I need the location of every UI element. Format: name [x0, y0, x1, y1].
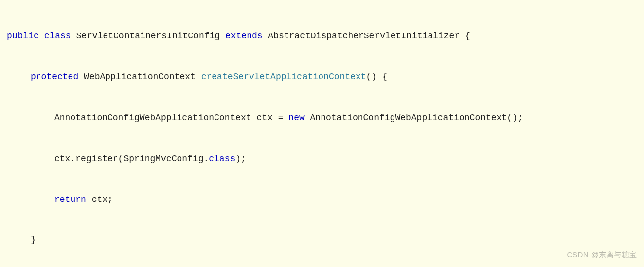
code-line: public class ServletContainersInitConfig…: [7, 26, 637, 46]
equals: =: [278, 113, 284, 123]
brace-open: {: [465, 31, 470, 41]
return-type: WebApplicationContext: [84, 72, 196, 82]
class-name: ServletContainersInitConfig: [76, 31, 220, 41]
brace-close: }: [31, 235, 36, 245]
keyword-class: class: [44, 31, 71, 41]
code-line: return ctx;: [7, 190, 637, 210]
superclass-name: AbstractDispatcherServletInitializer: [268, 31, 460, 41]
variable: ctx: [256, 113, 272, 123]
method-call: ctx.register(SpringMvcConfig.: [54, 154, 209, 164]
code-line: }: [7, 230, 637, 250]
method-name: createServletApplicationContext: [201, 72, 366, 82]
keyword-return: return: [54, 195, 86, 204]
call-end: );: [235, 154, 246, 164]
keyword-public: public: [7, 31, 39, 41]
constructor-call: AnnotationConfigWebApplicationContext();: [310, 113, 523, 123]
code-line: protected WebApplicationContext createSe…: [7, 67, 637, 87]
code-line: ctx.register(SpringMvcConfig.class);: [7, 149, 637, 169]
return-expr: ctx;: [92, 195, 113, 204]
parens-brace: () {: [366, 72, 388, 82]
code-block: public class ServletContainersInitConfig…: [7, 6, 637, 267]
keyword-protected: protected: [31, 72, 78, 82]
watermark-text: CSDN @东离与糖宝: [567, 246, 637, 264]
keyword-class: class: [209, 154, 235, 164]
code-line: AnnotationConfigWebApplicationContext ct…: [7, 108, 637, 128]
type-name: AnnotationConfigWebApplicationContext: [54, 113, 251, 123]
keyword-extends: extends: [225, 31, 263, 41]
keyword-new: new: [288, 113, 304, 123]
